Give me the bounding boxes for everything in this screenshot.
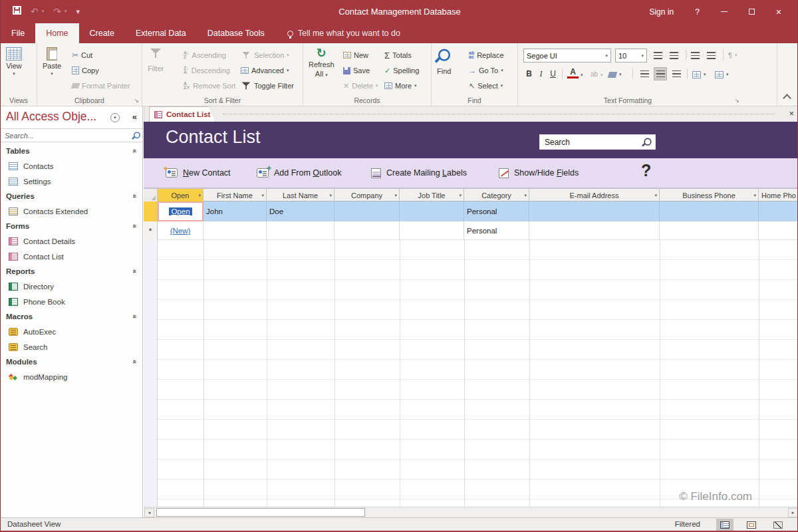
nav-item-modmapping[interactable]: modMapping [1,369,142,384]
filter-status-label[interactable]: Filtered [675,520,700,528]
format-painter-button[interactable]: Format Painter [72,79,130,92]
advanced-button[interactable]: Advanced▾ [241,64,289,77]
form-help-button[interactable]: ? [641,161,651,180]
datasheet-view-button[interactable] [716,519,733,531]
align-center-button[interactable] [654,67,667,80]
business-phone-cell[interactable] [660,221,759,240]
decrease-indent-button[interactable] [691,49,700,62]
layout-view-button[interactable] [743,519,760,531]
collapse-section-icon[interactable]: « [131,360,139,364]
job-title-cell[interactable] [400,201,464,221]
delete-record-button[interactable]: ✕Delete▾ [343,79,378,92]
new-record-button[interactable]: New [343,49,368,62]
tab-external-data[interactable]: External Data [125,23,197,43]
document-tab-contact-list[interactable]: Contact List [149,106,215,122]
column-header-open[interactable]: Open▾ [158,189,203,201]
section-modules[interactable]: Modules« [1,354,142,369]
underline-button[interactable]: U [547,67,559,80]
design-view-button[interactable] [769,519,787,531]
show-hide-fields-button[interactable]: Show/Hide Fields [499,158,579,188]
highlight-color-button[interactable]: ab [589,67,600,80]
selection-button[interactable]: Selection▾ [241,49,289,62]
tab-database-tools[interactable]: Database Tools [197,23,275,43]
spelling-button[interactable]: ✓Spelling [384,64,419,77]
font-size-combobox[interactable]: 10▾ [615,49,647,63]
save-record-button[interactable]: Save [343,64,370,77]
goto-button[interactable]: →Go To▾ [469,64,503,77]
collapse-section-icon[interactable]: « [131,194,139,198]
nav-pane-title[interactable]: All Access Obje... [6,110,96,124]
column-dropdown-icon[interactable]: ▾ [524,193,527,198]
email-cell[interactable] [529,201,660,221]
numbering-button[interactable] [670,49,678,62]
increase-indent-button[interactable] [707,49,716,62]
sign-in-button[interactable]: Sign in [638,0,684,23]
column-dropdown-icon[interactable]: ▾ [198,193,201,198]
home-phone-cell[interactable] [759,221,798,240]
nav-item-contact-list[interactable]: Contact List [1,249,142,264]
column-header-job-title[interactable]: Job Title▾ [400,189,464,201]
section-tables[interactable]: Tables« [1,144,142,158]
add-from-outlook-button[interactable]: + Add From Outlook [257,158,341,188]
more-button[interactable]: More▾ [384,79,417,92]
tab-create[interactable]: Create [79,23,126,43]
nav-item-contacts[interactable]: Contacts [1,158,142,174]
nav-item-contacts-extended[interactable]: Contacts Extended [1,203,142,219]
home-phone-cell[interactable] [759,201,798,221]
filter-button[interactable]: Filter [148,49,164,72]
create-mailing-labels-button[interactable]: Create Mailing Labels [371,158,467,188]
job-title-cell[interactable] [400,221,464,240]
nav-item-settings[interactable]: Settings [1,174,142,189]
new-contact-button[interactable]: ★ New Contact [166,158,231,188]
paste-button[interactable]: Paste ▾ [43,47,61,76]
column-header-email[interactable]: E-mail Address▾ [529,189,660,201]
tab-home[interactable]: Home [35,23,78,43]
open-link[interactable]: Open [169,207,192,215]
column-dropdown-icon[interactable]: ▾ [459,193,462,198]
toggle-filter-button[interactable]: Toggle Filter [241,79,294,92]
section-queries[interactable]: Queries« [1,189,142,203]
category-cell[interactable]: Personal [464,221,529,240]
help-button[interactable]: ? [684,0,710,23]
tab-file[interactable]: File [1,23,35,43]
maximize-button[interactable] [738,0,765,23]
scrollbar-thumb[interactable] [156,508,365,517]
select-button[interactable]: ↖Select▾ [469,79,503,92]
category-cell[interactable]: Personal [464,201,529,221]
column-header-company[interactable]: Company▾ [334,189,400,201]
shutter-close-icon[interactable]: « [132,112,137,122]
last-name-cell[interactable]: Doe [267,201,334,221]
close-button[interactable]: × [765,0,792,23]
horizontal-scrollbar[interactable]: ◂ ▸ [144,507,798,517]
open-cell[interactable]: Open [158,201,203,221]
font-color-dropdown-icon[interactable]: ▾ [581,72,583,78]
find-button[interactable]: Find [437,47,451,75]
nav-pane-menu-icon[interactable]: ▾ [110,113,120,122]
scroll-left-icon[interactable]: ◂ [144,508,154,517]
collapse-section-icon[interactable]: « [131,315,139,319]
remove-sort-button[interactable]: AZ✗Remove Sort [184,79,235,92]
nav-item-search-macro[interactable]: Search [1,339,142,354]
background-color-button[interactable]: ▾ [608,68,622,81]
form-search-input[interactable] [543,137,636,148]
section-forms[interactable]: Forms« [1,219,142,233]
column-dropdown-icon[interactable]: ▾ [329,193,332,198]
align-right-button[interactable] [670,67,683,80]
gridlines-button[interactable]: ▾ [692,68,706,81]
highlight-dropdown-icon[interactable]: ▾ [600,72,603,78]
column-dropdown-icon[interactable]: ▾ [654,193,657,198]
refresh-all-button[interactable]: ↻ Refresh All ▾ [309,47,334,78]
search-icon[interactable] [643,138,652,147]
copy-button[interactable]: Copy [72,64,99,77]
company-cell[interactable] [334,201,400,221]
section-macros[interactable]: Macros« [1,309,142,324]
column-dropdown-icon[interactable]: ▾ [261,193,264,198]
collapse-section-icon[interactable]: « [131,269,139,273]
ascending-button[interactable]: A↓ZAscending [184,49,226,62]
business-phone-cell[interactable] [660,201,759,221]
column-header-last-name[interactable]: Last Name▾ [267,189,334,201]
text-direction-button[interactable]: ¶▾ [728,49,737,62]
totals-button[interactable]: ΣTotals [384,49,412,62]
column-dropdown-icon[interactable]: ▾ [753,193,756,198]
first-name-cell[interactable]: John [203,201,267,221]
